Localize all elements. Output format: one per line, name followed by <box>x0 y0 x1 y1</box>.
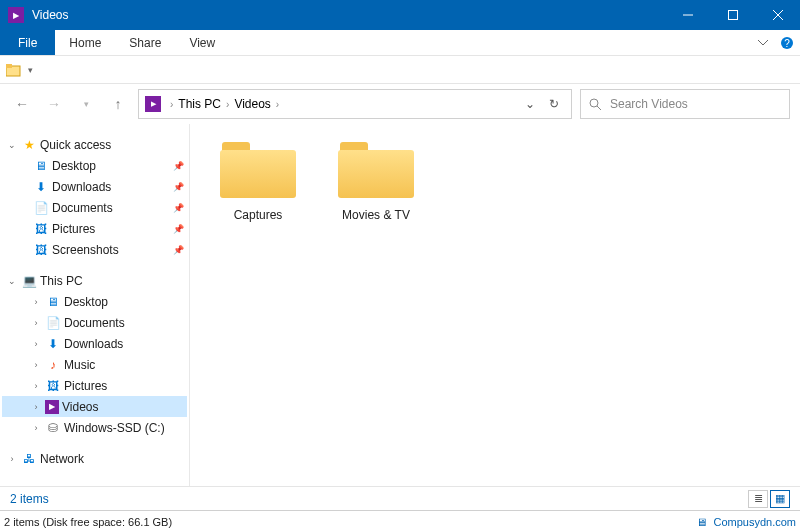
search-placeholder: Search Videos <box>610 97 688 111</box>
view-switcher: ≣ ▦ <box>748 490 790 508</box>
pin-icon: 📌 <box>173 182 187 192</box>
pin-icon: 📌 <box>173 203 187 213</box>
window-title: Videos <box>32 8 665 22</box>
menu-view[interactable]: View <box>175 30 229 55</box>
desktop-icon: 🖥 <box>45 294 61 310</box>
screenshots-icon: 🖼 <box>33 242 49 258</box>
folder-movies-tv[interactable]: Movies & TV <box>326 142 426 222</box>
drive-icon: ⛁ <box>45 420 61 436</box>
breadcrumb-thispc[interactable]: This PC <box>178 97 221 111</box>
maximize-button[interactable] <box>710 0 755 30</box>
qat-dropdown[interactable]: ▾ <box>28 65 33 75</box>
address-dropdown[interactable]: ⌄ <box>525 97 535 111</box>
close-icon <box>773 10 783 20</box>
window-controls <box>665 0 800 30</box>
monitor-icon: 🖥 <box>696 516 707 528</box>
title-bar[interactable]: Videos <box>0 0 800 30</box>
star-icon: ★ <box>21 137 37 153</box>
close-button[interactable] <box>755 0 800 30</box>
chevron-down-icon <box>758 40 768 46</box>
back-button[interactable]: ← <box>10 92 34 116</box>
pin-icon: 📌 <box>173 245 187 255</box>
chevron-right-icon[interactable]: › <box>30 339 42 349</box>
chevron-right-icon[interactable]: › <box>30 402 42 412</box>
sidebar-item-screenshots[interactable]: 🖼 Screenshots 📌 <box>2 239 187 260</box>
pictures-icon: 🖼 <box>45 378 61 394</box>
sidebar-item-this-pc[interactable]: ⌄ 💻 This PC <box>2 270 187 291</box>
pin-icon: 📌 <box>173 161 187 171</box>
chevron-right-icon[interactable]: › <box>30 423 42 433</box>
sidebar-item-pc-downloads[interactable]: › ⬇ Downloads <box>2 333 187 354</box>
sidebar-item-pc-videos[interactable]: › ▶ Videos <box>2 396 187 417</box>
sidebar-item-pc-documents[interactable]: › 📄 Documents <box>2 312 187 333</box>
details-view-button[interactable]: ≣ <box>748 490 768 508</box>
minimize-icon <box>683 10 693 20</box>
chevron-down-icon[interactable]: ⌄ <box>6 276 18 286</box>
pc-icon: 💻 <box>21 273 37 289</box>
quick-access-toolbar: ▾ <box>0 56 800 84</box>
chevron-right-icon: › <box>167 99 176 110</box>
sidebar-item-pc-drive[interactable]: › ⛁ Windows-SSD (C:) <box>2 417 187 438</box>
status-bar: 2 items ≣ ▦ <box>0 486 800 510</box>
documents-icon: 📄 <box>45 315 61 331</box>
folder-label: Movies & TV <box>326 208 426 222</box>
documents-icon: 📄 <box>33 200 49 216</box>
folder-icon <box>338 142 414 198</box>
refresh-button[interactable]: ↻ <box>549 97 559 111</box>
sidebar-item-desktop[interactable]: 🖥 Desktop 📌 <box>2 155 187 176</box>
explorer-window: Videos File Home Share View ? <box>0 0 800 510</box>
minimize-button[interactable] <box>665 0 710 30</box>
sidebar-item-pc-pictures[interactable]: › 🖼 Pictures <box>2 375 187 396</box>
menu-file[interactable]: File <box>0 30 55 55</box>
svg-rect-7 <box>6 64 12 68</box>
desktop-icon: 🖥 <box>33 158 49 174</box>
sidebar-item-network[interactable]: › 🖧 Network <box>2 448 187 469</box>
sidebar-item-pc-music[interactable]: › ♪ Music <box>2 354 187 375</box>
sidebar-item-documents[interactable]: 📄 Documents 📌 <box>2 197 187 218</box>
svg-text:?: ? <box>784 38 790 49</box>
navigation-bar: ← → ▾ ↑ › This PC › Videos › ⌄ ↻ Search … <box>0 84 800 124</box>
sidebar-item-pc-desktop[interactable]: › 🖥 Desktop <box>2 291 187 312</box>
svg-point-8 <box>590 99 598 107</box>
file-list[interactable]: Captures Movies & TV <box>190 124 800 486</box>
up-button[interactable]: ↑ <box>106 92 130 116</box>
chevron-right-icon: › <box>273 99 282 110</box>
chevron-down-icon[interactable]: ⌄ <box>6 140 18 150</box>
recent-dropdown[interactable]: ▾ <box>74 92 98 116</box>
sidebar-item-downloads[interactable]: ⬇ Downloads 📌 <box>2 176 187 197</box>
app-icon <box>8 7 24 23</box>
location-icon <box>145 96 161 112</box>
sidebar-item-pictures[interactable]: 🖼 Pictures 📌 <box>2 218 187 239</box>
status-item-count: 2 items <box>10 492 49 506</box>
music-icon: ♪ <box>45 357 61 373</box>
folder-captures[interactable]: Captures <box>208 142 308 222</box>
maximize-icon <box>728 10 738 20</box>
address-bar[interactable]: › This PC › Videos › ⌄ ↻ <box>138 89 572 119</box>
breadcrumb-videos[interactable]: Videos <box>234 97 270 111</box>
forward-button[interactable]: → <box>42 92 66 116</box>
disk-status: 2 items (Disk free space: 66.1 GB) <box>4 516 172 528</box>
pictures-icon: 🖼 <box>33 221 49 237</box>
chevron-right-icon[interactable]: › <box>30 297 42 307</box>
menu-home[interactable]: Home <box>55 30 115 55</box>
downloads-icon: ⬇ <box>33 179 49 195</box>
new-folder-icon[interactable] <box>6 63 22 77</box>
folder-label: Captures <box>208 208 308 222</box>
chevron-right-icon[interactable]: › <box>6 454 18 464</box>
help-icon: ? <box>780 36 794 50</box>
svg-rect-1 <box>728 11 737 20</box>
search-box[interactable]: Search Videos <box>580 89 790 119</box>
icons-view-button[interactable]: ▦ <box>770 490 790 508</box>
page-footer: 2 items (Disk free space: 66.1 GB) 🖥 Com… <box>0 510 800 532</box>
help-button[interactable]: ? <box>774 30 800 55</box>
chevron-right-icon[interactable]: › <box>30 381 42 391</box>
ribbon-expand-button[interactable] <box>752 30 774 55</box>
svg-line-9 <box>597 106 601 110</box>
search-icon <box>589 98 602 111</box>
chevron-right-icon[interactable]: › <box>30 318 42 328</box>
downloads-icon: ⬇ <box>45 336 61 352</box>
navigation-pane[interactable]: ⌄ ★ Quick access 🖥 Desktop 📌 ⬇ Downloads… <box>0 124 190 486</box>
chevron-right-icon[interactable]: › <box>30 360 42 370</box>
sidebar-item-quick-access[interactable]: ⌄ ★ Quick access <box>2 134 187 155</box>
menu-share[interactable]: Share <box>115 30 175 55</box>
